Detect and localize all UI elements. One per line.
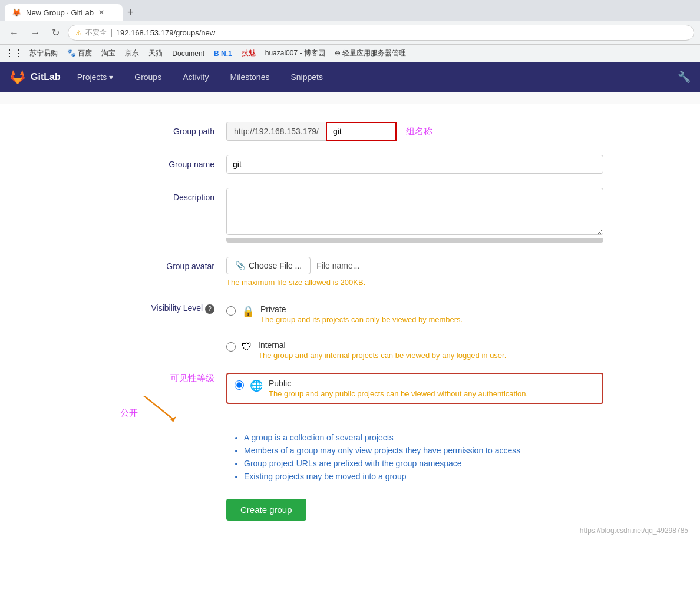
group-name-input-area [226,155,603,174]
svg-line-0 [144,396,173,419]
choose-file-button[interactable]: 📎 Choose File ... [226,257,311,274]
private-lock-icon: 🔒 [242,305,255,318]
security-icon: ⚠ [75,29,82,37]
bookmark-qingliang[interactable]: ⊖ 轻量应用服务器管理 [331,47,410,59]
refresh-button[interactable]: ↻ [48,26,63,39]
internal-title: Internal [258,340,286,350]
group-path-input-area: http://192.168.153.179/ 组名称 [226,122,603,141]
group-path-input[interactable] [326,122,397,141]
private-desc: The group and its projects can only be v… [260,315,463,324]
tab-title: New Group · GitLab [26,8,94,17]
group-path-annotation: 组名称 [406,126,432,137]
info-item-4: Existing projects may be moved into a gr… [244,472,603,481]
private-radio[interactable] [226,306,236,316]
private-option: 🔒 Private The group and its projects can… [226,301,603,327]
internal-option-content: Internal The group and any internal proj… [258,340,506,360]
gitlab-navbar: GitLab Projects ▾ Groups Activity Milest… [0,62,700,92]
public-globe-icon: 🌐 [250,379,263,392]
bookmark-tmall[interactable]: 天猫 [145,47,166,59]
tab-favicon: 🦊 [12,8,21,17]
visibility-label: Visibility Level [151,303,203,313]
info-item-3: Group project URLs are prefixed with the… [244,459,603,468]
bookmark-suning[interactable]: 苏宁易购 [26,47,61,59]
public-annotation: 公开 [120,407,138,418]
description-textarea[interactable] [226,188,603,235]
visibility-row: Visibility Level ? 可见性等级 🔒 Private The g… [97,301,603,419]
apps-icon: ⋮⋮ [5,48,24,59]
public-desc: The group and any public projects can be… [269,389,528,398]
tab-bar: 🦊 New Group · GitLab ✕ + [0,0,700,21]
choose-file-label: Choose File ... [249,261,302,270]
group-avatar-label: Group avatar [97,257,226,271]
internal-desc: The group and any internal projects can … [258,351,506,360]
public-title: Public [269,379,291,388]
group-path-field-wrapper: http://192.168.153.179/ 组名称 [226,122,603,141]
visibility-help-icon[interactable]: ? [205,304,214,314]
avatar-file-row: 📎 Choose File ... File name... [226,257,603,274]
textarea-scrollbar [226,238,603,243]
browser-toolbar: ← → ↻ ⚠ 不安全 | 192.168.153.179/groups/new [0,21,700,45]
new-group-form: Group path http://192.168.153.179/ 组名称 G… [85,122,615,521]
bookmark-huazai[interactable]: huazai007 - 博客园 [262,47,329,59]
public-option: 🌐 Public The group and any public projec… [226,373,603,404]
browser-tab[interactable]: 🦊 New Group · GitLab ✕ [5,4,123,21]
file-name-display: File name... [316,261,359,270]
description-input-area [226,188,603,243]
internal-option: 🛡 Internal The group and any internal pr… [226,337,603,363]
nav-divider [0,92,700,92]
bookmarks-bar: ⋮⋮ 苏宁易购 🐾 百度 淘宝 京东 天猫 Document B N.1 技魅 … [0,45,700,62]
new-tab-button[interactable]: + [123,6,138,19]
nav-projects[interactable]: Projects ▾ [72,69,118,85]
nav-activity[interactable]: Activity [178,69,213,85]
paperclip-icon: 📎 [235,261,245,270]
file-size-note: The maximum file size allowed is 200KB. [226,278,603,287]
description-row: Description [97,188,603,243]
back-button[interactable]: ← [6,26,22,39]
info-item-1: A group is a collection of several proje… [244,433,603,442]
admin-wrench-icon[interactable]: 🔧 [678,71,691,84]
info-bullets: A group is a collection of several proje… [232,433,603,481]
bookmark-jimeui[interactable]: 技魅 [238,47,259,59]
bookmark-document[interactable]: Document [169,48,208,59]
info-list: A group is a collection of several proje… [232,433,603,481]
gitlab-wordmark: GitLab [31,72,61,82]
private-option-content: Private The group and its projects can o… [260,304,463,324]
footer-note: https://blog.csdn.net/qq_49298785 [0,521,700,541]
address-prefix: 不安全 | [85,28,113,38]
nav-milestones[interactable]: Milestones [226,69,275,85]
address-text: 192.168.153.179/groups/new [116,28,215,37]
browser-chrome: 🦊 New Group · GitLab ✕ + ← → ↻ ⚠ 不安全 | 1… [0,0,700,62]
bookmark-n1[interactable]: B N.1 [210,48,236,59]
group-name-input[interactable] [226,155,603,174]
group-name-label: Group name [97,155,226,169]
nav-groups[interactable]: Groups [130,69,166,85]
forward-button[interactable]: → [27,26,44,39]
public-radio[interactable] [235,380,244,390]
visibility-label-area: Visibility Level ? 可见性等级 [97,301,226,384]
visibility-options: 🔒 Private The group and its projects can… [226,301,603,419]
page-content: Group path http://192.168.153.179/ 组名称 G… [0,104,700,603]
projects-dropdown-icon: ▾ [109,72,113,82]
group-name-row: Group name [97,155,603,174]
address-bar[interactable]: ⚠ 不安全 | 192.168.153.179/groups/new [68,25,694,41]
private-title: Private [260,304,286,314]
create-group-button[interactable]: Create group [226,499,306,521]
gitlab-logo[interactable]: GitLab [9,69,61,85]
bookmark-jd[interactable]: 京东 [121,47,143,59]
group-avatar-input-area: 📎 Choose File ... File name... The maxim… [226,257,603,287]
internal-radio[interactable] [226,342,236,352]
visibility-annotation: 可见性等级 [97,373,214,384]
group-avatar-row: Group avatar 📎 Choose File ... File name… [97,257,603,287]
tab-close-button[interactable]: ✕ [98,8,104,16]
nav-snippets[interactable]: Snippets [286,69,327,85]
create-button-area: Create group [226,499,603,521]
bookmark-baidu[interactable]: 🐾 百度 [64,47,95,59]
group-path-prefix: http://192.168.153.179/ [226,122,326,141]
group-path-label: Group path [97,122,226,136]
bookmark-taobao[interactable]: 淘宝 [98,47,119,59]
description-label: Description [97,188,226,202]
info-item-2: Members of a group may only view project… [244,446,603,455]
internal-shield-icon: 🛡 [242,341,252,353]
group-path-row: Group path http://192.168.153.179/ 组名称 [97,122,603,141]
public-option-content: Public The group and any public projects… [269,379,528,398]
